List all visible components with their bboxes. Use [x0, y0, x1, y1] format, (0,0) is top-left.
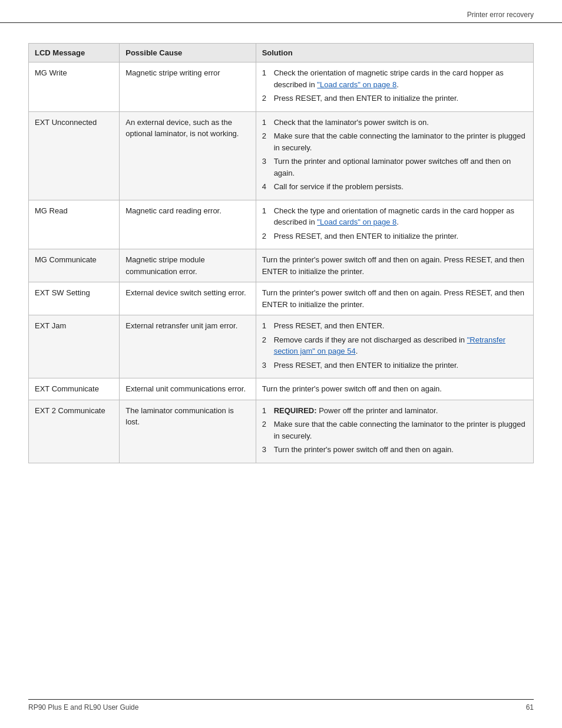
- table-row-solution: 1Press RESET, and then ENTER.2Remove car…: [256, 315, 533, 378]
- footer-left: RP90 Plus E and RL90 User Guide: [28, 703, 138, 711]
- list-item: 1REQUIRED: Power off the printer and lam…: [262, 405, 527, 417]
- table-row-lcd: EXT Communicate: [29, 378, 120, 400]
- table-row-solution: 1REQUIRED: Power off the printer and lam…: [256, 400, 533, 463]
- content-area: LCD Message Possible Cause Solution MG W…: [0, 23, 562, 499]
- solution-text: Check the type and orientation of magnet…: [274, 205, 527, 228]
- page-header: Printer error recovery: [0, 0, 562, 23]
- table-row-solution: Turn the printer's power switch off and …: [256, 378, 533, 400]
- list-item: 1Check that the laminator's power switch…: [262, 117, 527, 129]
- list-item: 2Make sure that the cable connecting the…: [262, 130, 527, 153]
- solution-text: Remove cards if they are not discharged …: [274, 334, 527, 357]
- list-item: 1Check the type and orientation of magne…: [262, 205, 527, 228]
- table-row-cause: Magnetic stripe module communication err…: [120, 249, 256, 282]
- col-header-solution: Solution: [256, 44, 533, 62]
- col-header-cause: Possible Cause: [120, 44, 256, 62]
- error-table: LCD Message Possible Cause Solution MG W…: [28, 43, 534, 463]
- list-item: 2Press RESET, and then ENTER to initiali…: [262, 93, 527, 104]
- table-row-lcd: MG Write: [29, 62, 120, 112]
- table-row-cause: The laminator communication is lost.: [120, 400, 256, 463]
- list-item: 2Remove cards if they are not discharged…: [262, 334, 527, 357]
- list-item: 1Press RESET, and then ENTER.: [262, 320, 527, 332]
- inline-link[interactable]: "Retransfer section jam" on page 54: [274, 335, 505, 356]
- table-row-cause: External device switch setting error.: [120, 282, 256, 315]
- table-row-solution: 1Check that the laminator's power switch…: [256, 111, 533, 200]
- solution-text: Turn the printer and optional laminator …: [274, 156, 527, 179]
- table-row-cause: An external device, such as the optional…: [120, 111, 256, 200]
- solution-text: Check that the laminator's power switch …: [274, 117, 429, 129]
- solution-text: Check the orientation of magnetic stripe…: [274, 67, 527, 90]
- inline-link[interactable]: "Load cards" on page 8: [317, 80, 396, 89]
- page-footer: RP90 Plus E and RL90 User Guide 61: [28, 699, 534, 711]
- table-row-lcd: EXT Jam: [29, 315, 120, 378]
- table-row-cause: Magnetic stripe writing error: [120, 62, 256, 112]
- col-header-lcd: LCD Message: [29, 44, 120, 62]
- table-row-solution: 1Check the orientation of magnetic strip…: [256, 62, 533, 112]
- solution-text: Press RESET, and then ENTER to initializ…: [274, 360, 459, 371]
- solution-text: Turn the printer's power switch off and …: [274, 444, 454, 456]
- table-row-cause: External retransfer unit jam error.: [120, 315, 256, 378]
- table-row-solution: Turn the printer's power switch off and …: [256, 282, 533, 315]
- list-item: 2Make sure that the cable connecting the…: [262, 419, 527, 442]
- table-row-lcd: EXT Unconnected: [29, 111, 120, 200]
- inline-link[interactable]: "Load cards" on page 8: [317, 218, 396, 226]
- list-item: 2Press RESET, and then ENTER to initiali…: [262, 230, 527, 242]
- table-row-lcd: MG Read: [29, 200, 120, 249]
- list-item: 3Turn the printer's power switch off and…: [262, 444, 527, 456]
- list-item: 1Check the orientation of magnetic strip…: [262, 67, 527, 90]
- table-row-solution: Turn the printer's power switch off and …: [256, 249, 533, 282]
- list-item: 3Press RESET, and then ENTER to initiali…: [262, 360, 527, 371]
- list-item: 4Call for service if the problem persist…: [262, 181, 527, 193]
- table-row-cause: External unit communications error.: [120, 378, 256, 400]
- table-row-lcd: MG Communicate: [29, 249, 120, 282]
- header-title: Printer error recovery: [467, 11, 534, 19]
- solution-text: Press RESET, and then ENTER to initializ…: [274, 93, 459, 104]
- list-item: 3Turn the printer and optional laminator…: [262, 156, 527, 179]
- solution-text: Press RESET, and then ENTER.: [274, 320, 385, 332]
- solution-text: Make sure that the cable connecting the …: [274, 419, 527, 442]
- footer-right: 61: [526, 703, 534, 711]
- solution-text: Call for service if the problem persists…: [274, 181, 404, 193]
- table-row-lcd: EXT 2 Communicate: [29, 400, 120, 463]
- solution-text: Press RESET, and then ENTER to initializ…: [274, 230, 459, 242]
- solution-text: REQUIRED: Power off the printer and lami…: [274, 405, 438, 417]
- table-row-lcd: EXT SW Setting: [29, 282, 120, 315]
- table-row-cause: Magnetic card reading error.: [120, 200, 256, 249]
- solution-text: Make sure that the cable connecting the …: [274, 130, 527, 153]
- table-row-solution: 1Check the type and orientation of magne…: [256, 200, 533, 249]
